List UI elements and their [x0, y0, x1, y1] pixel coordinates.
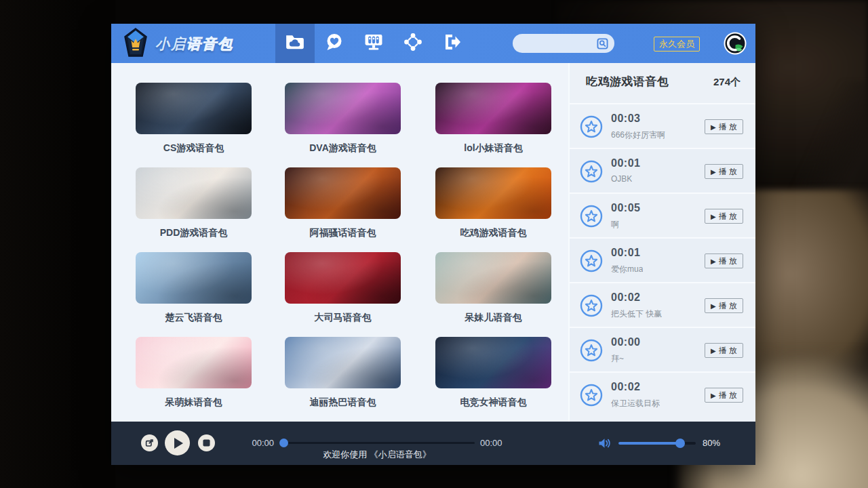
progress-handle[interactable] [279, 439, 288, 447]
voice-pack-title: 吃鸡游戏语音包 [435, 226, 551, 239]
play-voice-button[interactable]: ▶播 放 [705, 119, 743, 134]
voice-pack-card[interactable]: DVA游戏语音包 [285, 83, 401, 155]
voice-pack-card[interactable]: 大司马语音包 [285, 252, 401, 324]
voice-pack-title: 阿福骚话语音包 [285, 226, 401, 239]
voice-pack-title: 迪丽热巴语音包 [285, 396, 401, 409]
voice-pack-card[interactable]: 电竞女神语音包 [435, 337, 551, 409]
volume-fill [618, 442, 680, 445]
volume-handle[interactable] [675, 439, 685, 448]
voice-pack-card[interactable]: 迪丽热巴语音包 [285, 337, 401, 409]
nav-tab-exit[interactable] [433, 24, 472, 63]
favorite-star-icon[interactable] [580, 384, 603, 407]
nav-tab-games[interactable] [393, 24, 433, 63]
panel-title: 吃鸡游戏语音包 [586, 74, 669, 89]
search-input[interactable] [522, 39, 597, 49]
search-icon[interactable] [597, 38, 608, 49]
voice-pack-title: DVA游戏语音包 [285, 142, 401, 155]
content-area: CS游戏语音包 DVA游戏语音包 lol小妹语音包 PDD游戏语音包 阿福骚话语… [111, 63, 755, 422]
voice-pack-card[interactable]: lol小妹语音包 [435, 83, 551, 155]
volume-icon[interactable] [598, 438, 612, 449]
play-icon [174, 438, 183, 449]
voice-pack-title: CS游戏语音包 [136, 142, 252, 155]
desktop-background: 小启语音包 [0, 0, 868, 488]
monitor-voice-icon [363, 33, 384, 54]
voice-pack-card[interactable]: 吃鸡游戏语音包 [435, 167, 551, 239]
favorite-star-icon[interactable] [580, 205, 603, 228]
total-time: 00:00 [480, 438, 502, 448]
voice-duration: 00:02 [611, 381, 640, 393]
voice-pack-card[interactable]: 呆妹儿语音包 [435, 252, 551, 324]
play-voice-button[interactable]: ▶播 放 [705, 298, 743, 313]
play-voice-button[interactable]: ▶播 放 [705, 253, 743, 268]
play-mode-button[interactable] [141, 434, 158, 451]
nav-tab-voice-monitor[interactable] [354, 24, 393, 63]
voice-item-row: 00:02 把头低下 快赢 ▶播 放 [570, 282, 755, 327]
voice-item-row: 00:00 拜~ ▶播 放 [570, 327, 755, 371]
background-art [746, 81, 868, 461]
elapsed-time: 00:00 [244, 438, 274, 448]
favorite-star-icon[interactable] [580, 115, 603, 138]
export-square-icon [145, 439, 154, 447]
play-triangle-icon: ▶ [711, 392, 716, 399]
play-triangle-icon: ▶ [711, 123, 716, 131]
favorite-star-icon[interactable] [580, 160, 603, 183]
play-triangle-icon: ▶ [711, 213, 716, 220]
voice-list-panel: 吃鸡游戏语音包 274个 00:03 666你好厉害啊 ▶播 放 [568, 63, 755, 422]
voice-pack-card[interactable]: 楚云飞语音包 [136, 252, 252, 324]
favorite-star-icon[interactable] [580, 249, 603, 272]
voice-pack-card[interactable]: CS游戏语音包 [136, 83, 252, 155]
voice-pack-thumbnail [435, 167, 551, 219]
favorite-star-icon[interactable] [580, 294, 603, 317]
app-header: 小启语音包 [111, 24, 755, 63]
play-button-label: 播 放 [719, 300, 737, 312]
voice-pack-thumbnail [435, 337, 551, 388]
nav-tab-favorites[interactable] [315, 24, 354, 63]
favorite-star-icon[interactable] [580, 339, 603, 362]
panel-count: 274个 [713, 76, 741, 89]
stop-button[interactable] [198, 434, 215, 451]
voice-item-row: 00:03 666你好厉害啊 ▶播 放 [570, 103, 755, 148]
progress-bar[interactable] [279, 442, 475, 444]
voice-item-row: 00:02 保卫运载目标 ▶播 放 [570, 371, 755, 416]
member-button[interactable]: 永久会员 [654, 37, 700, 52]
voice-duration: 00:01 [611, 157, 640, 169]
voice-pack-thumbnail [285, 167, 401, 219]
play-voice-button[interactable]: ▶播 放 [705, 343, 743, 358]
play-button[interactable] [165, 430, 190, 455]
play-button-label: 播 放 [719, 166, 737, 178]
voice-pack-title: 大司马语音包 [285, 311, 401, 324]
voice-pack-grid: CS游戏语音包 DVA游戏语音包 lol小妹语音包 PDD游戏语音包 阿福骚话语… [111, 63, 568, 422]
voice-pack-card[interactable]: 呆萌妹语音包 [136, 337, 252, 409]
play-button-label: 播 放 [719, 121, 737, 133]
play-voice-button[interactable]: ▶播 放 [705, 388, 743, 403]
player-bar: 00:00 00:00 欢迎你使用 《小启语音包》 80% [111, 422, 755, 465]
search-box[interactable] [513, 34, 614, 53]
nav-tab-voice-library[interactable] [275, 24, 315, 63]
play-triangle-icon: ▶ [711, 168, 716, 176]
voice-pack-thumbnail [136, 167, 252, 219]
stop-icon [203, 439, 210, 447]
voice-pack-card[interactable]: 阿福骚话语音包 [285, 167, 401, 239]
panel-header: 吃鸡游戏语音包 274个 [586, 74, 741, 89]
app-window: 小启语音包 [111, 24, 755, 465]
voice-pack-title: 电竞女神语音包 [435, 396, 551, 409]
volume-slider[interactable] [618, 442, 696, 445]
background-art [0, 0, 115, 488]
app-title: 小启语音包 [155, 35, 233, 54]
voice-pack-thumbnail [435, 83, 551, 134]
volume-percent: 80% [703, 438, 720, 448]
voice-duration: 00:02 [611, 291, 640, 304]
play-voice-button[interactable]: ▶播 放 [705, 209, 743, 224]
chat-heart-icon [325, 33, 344, 54]
app-logo: 小启语音包 [122, 28, 233, 60]
avatar[interactable] [724, 32, 747, 55]
voice-pack-title: PDD游戏语音包 [136, 226, 252, 239]
voice-pack-title: 呆妹儿语音包 [435, 311, 551, 324]
play-triangle-icon: ▶ [711, 302, 716, 310]
voice-pack-card[interactable]: PDD游戏语音包 [136, 167, 252, 239]
voice-name: 666你好厉害啊 [611, 129, 665, 141]
voice-duration: 00:03 [611, 113, 640, 125]
play-voice-button[interactable]: ▶播 放 [705, 164, 743, 179]
voice-pack-thumbnail [285, 83, 401, 134]
voice-item-row: 00:01 爱你mua ▶播 放 [570, 237, 755, 282]
